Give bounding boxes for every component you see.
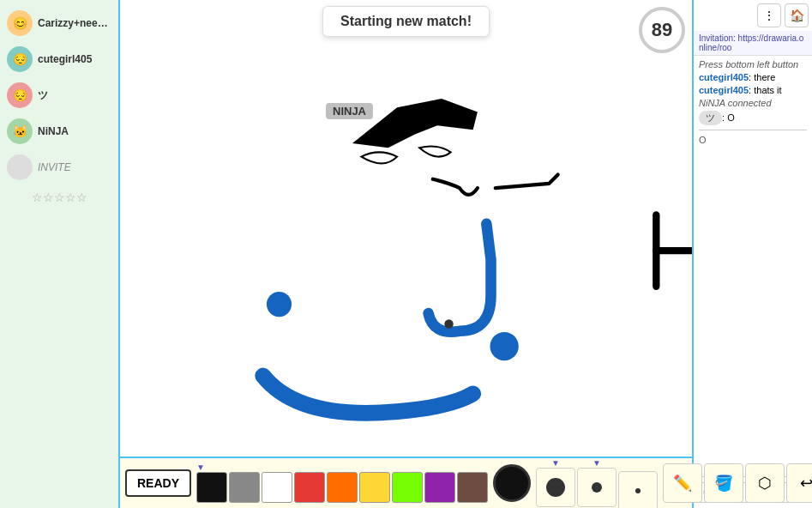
size-dot-small: [635, 488, 641, 493]
right-top-bar: ⋮ 🏠: [694, 0, 812, 31]
chat-separator: [699, 130, 807, 130]
stamp-icon: ⬡: [758, 474, 772, 493]
msg-sender-1: cutegirl405: [699, 72, 749, 82]
svg-point-0: [267, 292, 292, 317]
menu-icon: ⋮: [763, 9, 775, 22]
ninja-label: NINJA: [326, 103, 373, 119]
size-medium[interactable]: [577, 468, 617, 507]
player-name-carizzy: Carizzy+needs a bf: [38, 17, 111, 29]
canvas-area: Starting new match! 89: [120, 0, 692, 508]
msg-text-1: there: [754, 72, 775, 82]
invite-label: INVITE: [38, 161, 71, 173]
size-large[interactable]: [536, 468, 575, 507]
black-swatch[interactable]: [196, 472, 227, 503]
stamp-tool[interactable]: ⬡: [745, 463, 785, 503]
stars: ☆☆☆☆☆: [32, 190, 87, 204]
msg-cutegirl-1: cutegirl405: there: [699, 72, 807, 82]
svg-point-2: [444, 319, 453, 328]
svg-canvas[interactable]: [120, 0, 692, 457]
msg-text-2: thats it: [754, 85, 781, 95]
invite-avatar: [7, 154, 33, 180]
drawing-canvas[interactable]: NINJA: [120, 0, 692, 457]
avatar-ninja: 🐱: [7, 118, 33, 144]
avatar-cutegirl405: 😔: [7, 46, 33, 72]
timer-circle: 89: [639, 7, 685, 53]
menu-button[interactable]: ⋮: [757, 3, 781, 27]
invitation-bar: Invitation: https://drawaria.online/roo: [694, 31, 812, 56]
size-dot-medium: [592, 482, 602, 493]
lime-swatch[interactable]: [392, 472, 423, 503]
home-button[interactable]: 🏠: [785, 3, 809, 27]
fill-tool[interactable]: 🪣: [704, 463, 743, 503]
player-cutegirl405[interactable]: 😔 cutegirl405: [0, 43, 118, 76]
stars-row: ☆☆☆☆☆: [25, 187, 94, 208]
svg-point-1: [490, 332, 518, 360]
chat-messages: Press bottom left button cutegirl405: th…: [694, 56, 812, 476]
gray-swatch[interactable]: [229, 472, 260, 503]
app-container: 😊 Carizzy+needs a bf 😔 cutegirl405 😔 ツ 🐱…: [0, 0, 812, 508]
size-dropdown-arrow-1: ▼: [551, 459, 560, 468]
size-dropdown-arrow-2: ▼: [592, 459, 601, 468]
pencil-tool[interactable]: ✏️: [663, 463, 702, 503]
white-swatch[interactable]: [262, 472, 292, 503]
invitation-text: Invitation: https://drawaria.online/roo: [699, 33, 803, 52]
avatar-carizzy: 😊: [7, 10, 33, 36]
home-icon: 🏠: [790, 9, 804, 22]
brown-swatch[interactable]: [457, 472, 488, 503]
msg-o-val: O: [699, 135, 707, 145]
msg-ninja-label: ツ: [699, 111, 722, 125]
sidebar: 😊 Carizzy+needs a bf 😔 cutegirl405 😔 ツ 🐱…: [0, 0, 120, 508]
undo-tool[interactable]: ↩: [786, 463, 812, 503]
pencil-icon: ✏️: [673, 474, 692, 493]
msg-o: O: [699, 135, 807, 145]
right-panel: ⋮ 🏠 Invitation: https://drawaria.online/…: [692, 0, 812, 508]
color-dropdown-arrow: ▼: [196, 463, 205, 472]
purple-swatch[interactable]: [424, 472, 455, 503]
timer-value: 89: [652, 19, 672, 41]
selected-color[interactable]: [493, 464, 531, 502]
color-palette: [196, 472, 488, 503]
msg-system-1: Press bottom left button: [699, 59, 807, 70]
player-ninja[interactable]: 🐱 NiNJA: [0, 115, 118, 148]
bottom-toolbar: READY ▼: [120, 457, 692, 508]
avatar-tsu: 😔: [7, 82, 33, 108]
player-name-cutegirl405: cutegirl405: [38, 53, 92, 65]
red-swatch[interactable]: [294, 472, 325, 503]
player-carizzy[interactable]: 😊 Carizzy+needs a bf: [0, 7, 118, 39]
size-small[interactable]: [618, 471, 658, 508]
ready-button[interactable]: READY: [125, 469, 191, 497]
msg-cutegirl-2: cutegirl405: thats it: [699, 85, 807, 95]
msg-system-ninja: NiNJA connected: [699, 98, 807, 108]
player-name-ninja: NiNJA: [38, 125, 69, 137]
msg-tsu: ツ: O: [699, 111, 807, 125]
undo-icon: ↩: [800, 474, 812, 493]
player-name-tsu: ツ: [38, 88, 48, 103]
match-notification: Starting new match!: [322, 6, 490, 37]
msg-o-text: O: [727, 112, 735, 123]
msg-sender-2: cutegirl405: [699, 85, 749, 95]
player-tsu[interactable]: 😔 ツ: [0, 79, 118, 112]
yellow-swatch[interactable]: [359, 472, 390, 503]
invite-item[interactable]: INVITE: [0, 151, 118, 184]
orange-swatch[interactable]: [327, 472, 358, 503]
size-dot-large: [546, 478, 565, 497]
fill-icon: 🪣: [714, 474, 733, 493]
